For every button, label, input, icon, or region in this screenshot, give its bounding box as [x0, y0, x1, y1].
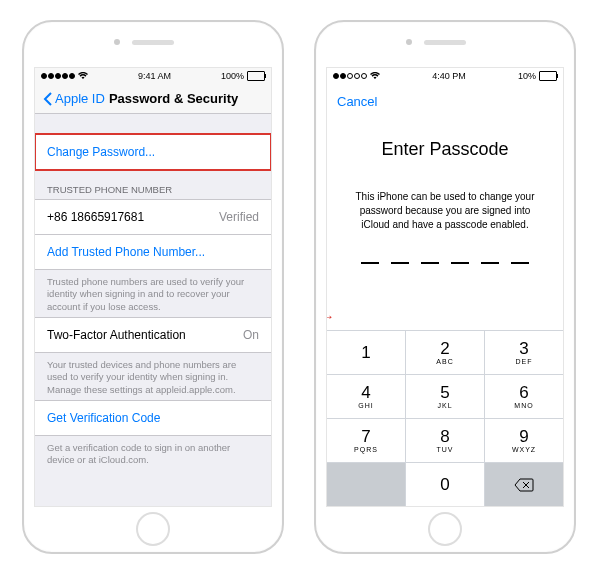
back-button[interactable]: Apple ID — [43, 91, 105, 106]
signal-icon — [41, 73, 75, 79]
key-1[interactable]: 1 — [327, 331, 405, 374]
delete-icon — [514, 478, 534, 492]
get-code-footer: Get a verification code to sign in on an… — [35, 436, 271, 471]
key-7[interactable]: 7PQRS — [327, 419, 405, 462]
change-password-label: Change Password... — [47, 145, 155, 159]
phone-password-security: 9:41 AM 100% Apple ID Password & Securit… — [22, 20, 284, 554]
keypad: 1 2ABC 3DEF 4GHI 5JKL 6MNO 7PQRS 8TUV 9W… — [327, 330, 563, 506]
battery-percent: 100% — [221, 71, 244, 81]
passcode-field[interactable] — [327, 262, 563, 264]
add-phone-label: Add Trusted Phone Number... — [47, 245, 205, 259]
key-2[interactable]: 2ABC — [406, 331, 484, 374]
key-6[interactable]: 6MNO — [485, 375, 563, 418]
battery-icon — [247, 71, 265, 81]
passcode-message: This iPhone can be used to change your p… — [327, 190, 563, 232]
twofa-label: Two-Factor Authentication — [47, 328, 186, 342]
status-bar: 9:41 AM 100% — [35, 68, 271, 84]
add-phone-button[interactable]: Add Trusted Phone Number... — [35, 235, 271, 270]
trusted-footer: Trusted phone numbers are used to verify… — [35, 270, 271, 317]
key-4[interactable]: 4GHI — [327, 375, 405, 418]
key-0[interactable]: 0 — [406, 463, 484, 506]
twofa-row[interactable]: Two-Factor Authentication On — [35, 317, 271, 353]
get-code-label: Get Verification Code — [47, 411, 160, 425]
nav-bar: Apple ID Password & Security — [35, 84, 271, 114]
screen-passcode: 4:40 PM 10% Cancel Enter Passcode This i… — [326, 67, 564, 507]
key-delete[interactable] — [485, 463, 563, 506]
get-code-button[interactable]: Get Verification Code — [35, 400, 271, 436]
arrow-icon: → — [326, 310, 334, 323]
verified-label: Verified — [219, 210, 259, 224]
back-label: Apple ID — [55, 91, 105, 106]
wifi-icon — [78, 72, 88, 80]
phone-enter-passcode: 4:40 PM 10% Cancel Enter Passcode This i… — [314, 20, 576, 554]
key-3[interactable]: 3DEF — [485, 331, 563, 374]
battery-percent: 10% — [518, 71, 536, 81]
twofa-value: On — [243, 328, 259, 342]
trusted-header: TRUSTED PHONE NUMBER — [35, 170, 271, 199]
signal-icon — [333, 73, 367, 79]
status-time: 4:40 PM — [432, 71, 466, 81]
key-9[interactable]: 9WXYZ — [485, 419, 563, 462]
chevron-left-icon — [43, 92, 53, 106]
status-bar: 4:40 PM 10% — [327, 68, 563, 84]
status-time: 9:41 AM — [138, 71, 171, 81]
cancel-button[interactable]: Cancel — [327, 84, 563, 119]
phone-number: +86 18665917681 — [47, 210, 144, 224]
trusted-phone-row[interactable]: +86 18665917681 Verified — [35, 199, 271, 235]
key-8[interactable]: 8TUV — [406, 419, 484, 462]
change-password-button[interactable]: Change Password... — [35, 134, 271, 170]
home-button[interactable] — [136, 512, 170, 546]
wifi-icon — [370, 72, 380, 80]
key-5[interactable]: 5JKL — [406, 375, 484, 418]
home-button[interactable] — [428, 512, 462, 546]
key-blank — [327, 463, 405, 506]
screen-settings: 9:41 AM 100% Apple ID Password & Securit… — [34, 67, 272, 507]
nav-title: Password & Security — [109, 91, 238, 106]
battery-icon — [539, 71, 557, 81]
twofa-footer: Your trusted devices and phone numbers a… — [35, 353, 271, 400]
passcode-title: Enter Passcode — [327, 139, 563, 160]
